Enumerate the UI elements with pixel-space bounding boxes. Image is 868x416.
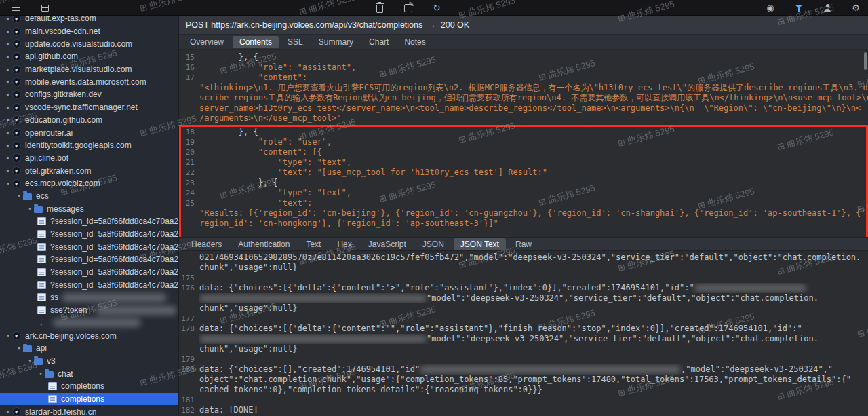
tree-item[interactable]: ?session_id=5a8f66fdd8ca4c70aa2 [0, 266, 178, 279]
user-icon[interactable] [822, 3, 833, 14]
chevron-down-icon[interactable]: ▾ [15, 193, 23, 199]
tree-item-label: ?session_id=5a8f66fdd8ca4c70aa2 [50, 229, 178, 239]
tree-item[interactable]: ▸api.github.com [0, 50, 178, 63]
chevron-right-icon[interactable]: ▸ [4, 29, 12, 35]
chevron-down-icon[interactable]: ▾ [26, 206, 34, 212]
line-number: 18 [181, 127, 199, 137]
chevron-right-icon[interactable]: ▸ [4, 54, 12, 60]
line-number [179, 375, 199, 385]
tree-item[interactable]: ?session_id=5a8f66fdd8ca4c70aa2 [0, 278, 178, 291]
filter-icon[interactable] [793, 3, 804, 14]
tree-item[interactable]: ↓ [0, 317, 178, 330]
tree-item[interactable]: ss [0, 291, 178, 304]
chevron-right-icon[interactable]: ▸ [4, 16, 12, 22]
tree-item[interactable]: ▾ark.cn-beijing.volces.com [0, 329, 178, 342]
body-tabs: HeadersAuthenticationTextHexJavaScriptJS… [179, 237, 868, 251]
code-text: cached_tokens":0},"completion_tokens_det… [199, 385, 868, 395]
chevron-right-icon[interactable]: ▸ [4, 79, 12, 85]
chevron-right-icon[interactable]: ▸ [4, 130, 12, 136]
code-line: 17 "content": [179, 73, 868, 83]
contents-json-pane[interactable]: 15 }, {16 "role": "assistant",17 "conten… [179, 50, 868, 237]
chevron-right-icon[interactable]: ▸ [4, 67, 12, 73]
tab-notes[interactable]: Notes [397, 36, 432, 48]
tab-chart[interactable]: Chart [362, 36, 395, 48]
tree-item[interactable]: ▸slardar-bd.feishu.cn [0, 405, 178, 416]
chevron-down-icon[interactable]: ▾ [26, 358, 34, 364]
tree-item[interactable]: ▸update.code.visualstudio.com [0, 37, 178, 50]
tree-item[interactable]: ▸identitytoolkit.googleapis.com [0, 139, 178, 152]
code-text: data: {"choices":[],"created":1746954101… [199, 364, 868, 375]
redaction-blur [199, 295, 427, 302]
tree-item[interactable]: ?session_id=5a8f66fdd8ca4c70aa2 [0, 253, 178, 266]
tree-item[interactable]: ?session_id=5a8f66fdd8ca4c70aa2 [0, 215, 178, 228]
chevron-down-icon[interactable]: ▾ [4, 333, 12, 339]
table-view-icon[interactable] [39, 3, 50, 14]
tree-item[interactable]: completions [0, 393, 178, 406]
chevron-down-icon[interactable]: ▾ [4, 181, 12, 187]
menu-icon[interactable] [11, 3, 22, 14]
tree-item[interactable]: ▸default.exp-tas.com [0, 16, 178, 25]
chevron-right-icon[interactable]: ▸ [4, 117, 12, 123]
chevron-right-icon[interactable]: ▸ [4, 105, 12, 111]
tree-item[interactable]: ▾ecs.mcp.volcbiz.com [0, 177, 178, 190]
tree-item[interactable]: ▾ecs [0, 190, 178, 203]
globe-icon [12, 39, 21, 48]
chevron-right-icon[interactable]: ▸ [4, 92, 12, 98]
tree-item[interactable]: ▸openrouter.ai [0, 126, 178, 139]
chevron-right-icon[interactable]: ▸ [4, 168, 12, 174]
tree-item[interactable]: ▾v3 [0, 355, 178, 368]
tab-raw[interactable]: Raw [509, 238, 538, 250]
scrollbar-thumb[interactable] [864, 52, 867, 70]
top-toolbar: ↻ ◉ ⚙ [0, 0, 868, 16]
chevron-down-icon[interactable]: ▾ [37, 371, 45, 377]
tab-contents[interactable]: Contents [233, 36, 279, 48]
tree-item[interactable]: ▸marketplace.visualstudio.com [0, 63, 178, 76]
tree-item-label: default.exp-tas.com [25, 16, 96, 23]
line-number: 182 [179, 405, 199, 415]
settings-gear-icon[interactable]: ⚙ [850, 3, 861, 14]
record-icon[interactable]: ◉ [765, 3, 776, 14]
tab-hex[interactable]: Hex [330, 238, 358, 250]
doc-icon [37, 243, 46, 251]
tab-text[interactable]: Text [299, 238, 328, 250]
tab-ssl[interactable]: SSL [281, 36, 310, 48]
compose-icon[interactable] [403, 3, 414, 14]
chevron-right-icon[interactable]: ▸ [4, 41, 12, 47]
tab-overview[interactable]: Overview [183, 36, 231, 48]
tree-item[interactable]: ▸otel.gitkraken.com [0, 164, 178, 177]
refresh-icon[interactable]: ↻ [431, 3, 442, 14]
chevron-right-icon[interactable]: ▸ [4, 143, 12, 149]
tree-item[interactable]: ?session_id=5a8f66fdd8ca4c70aa2 [0, 228, 178, 241]
toolbar-right-group: ◉ ⚙ [765, 0, 861, 16]
trash-icon[interactable] [374, 3, 385, 14]
chevron-right-icon[interactable]: ▸ [4, 409, 12, 415]
tree-item[interactable]: ▸vscode-sync.trafficmanager.net [0, 101, 178, 114]
tab-json-text[interactable]: JSON Text [454, 238, 506, 250]
tab-javascript[interactable]: JavaScript [361, 238, 413, 250]
request-json-pre: 15 }, {16 "role": "assistant",17 "conten… [179, 52, 868, 124]
tab-summary[interactable]: Summary [312, 36, 360, 48]
tree-item[interactable]: ▾chat [0, 367, 178, 380]
line-number: 180 [179, 364, 199, 375]
globe-icon [12, 103, 21, 112]
tree-item[interactable]: ▾messages [0, 202, 178, 215]
chevron-down-icon[interactable]: ▾ [15, 345, 23, 352]
request-tree-sidebar[interactable]: ▸default.exp-tas.com▸main.vscode-cdn.net… [0, 16, 179, 416]
tab-authentication[interactable]: Authentication [231, 238, 296, 250]
tree-item[interactable]: ?session_id=5a8f66fdd8ca4c70aa2 [0, 240, 178, 253]
tree-item[interactable]: ▸mobile.events.data.microsoft.com [0, 75, 178, 88]
json-text-pane[interactable]: 0217469341065298289570z7e811420aa3026c19… [179, 251, 868, 416]
tree-item[interactable]: ▸education.github.com [0, 114, 178, 127]
chevron-right-icon[interactable]: ▸ [4, 155, 12, 161]
tab-headers[interactable]: Headers [184, 238, 229, 250]
tree-item[interactable]: ▸configs.gitkraken.dev [0, 88, 178, 101]
status-arrow: → [427, 20, 436, 30]
tree-item[interactable]: ▸main.vscode-cdn.net [0, 25, 178, 38]
tree-item[interactable]: ▸api.cline.bot [0, 152, 178, 165]
tab-json[interactable]: JSON [416, 238, 451, 250]
tree-item[interactable]: completions [0, 380, 178, 393]
code-text [199, 273, 868, 283]
tree-item[interactable]: sse?token= [0, 304, 178, 317]
line-number: 20 [181, 147, 199, 157]
tree-item[interactable]: ▾api [0, 342, 178, 355]
